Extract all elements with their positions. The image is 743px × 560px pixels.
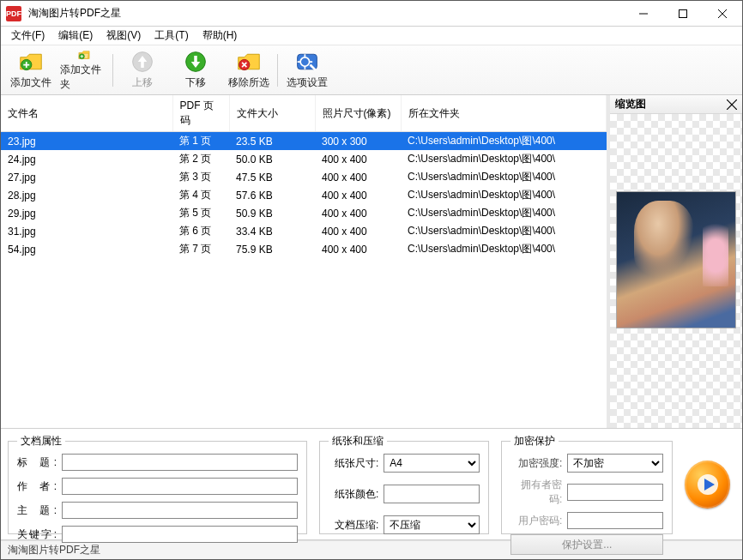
- add-file-icon: [19, 50, 43, 74]
- add-folder-label: 添加文件夹: [60, 63, 108, 92]
- cell-page: 第 7 页: [172, 240, 229, 258]
- compress-label: 文档压缩:: [329, 518, 378, 533]
- cell-page: 第 3 页: [172, 168, 229, 186]
- add-folder-button[interactable]: 添加文件夹: [59, 48, 109, 93]
- protect-settings-button: 保护设置...: [510, 534, 663, 555]
- paper-group: 纸张和压缩 纸张尺寸:A4 纸张颜色: 文档压缩:不压缩: [319, 434, 489, 534]
- menu-tools[interactable]: 工具(T): [148, 27, 195, 45]
- close-icon: [718, 9, 727, 18]
- cell-name: 54.jpg: [1, 240, 172, 258]
- table-header-row: 文件名 PDF 页码 文件大小 照片尺寸(像素) 所在文件夹: [1, 95, 607, 132]
- maximize-button[interactable]: [663, 1, 703, 27]
- keywords-input[interactable]: [62, 526, 298, 543]
- col-folder[interactable]: 所在文件夹: [401, 95, 607, 132]
- title-label: 标 题:: [17, 455, 57, 470]
- cell-folder: C:\Users\admin\Desktop\图\400\: [401, 222, 607, 240]
- remove-selected-button[interactable]: 移除所选: [224, 48, 274, 93]
- compress-select[interactable]: 不压缩: [384, 515, 480, 534]
- content-area: 文件名 PDF 页码 文件大小 照片尺寸(像素) 所在文件夹 23.jpg第 1…: [1, 95, 742, 429]
- close-button[interactable]: [703, 1, 742, 27]
- doc-props-group: 文档属性 标 题: 作 者: 主 题: 关键字:: [8, 434, 307, 534]
- move-up-label: 上移: [132, 75, 153, 90]
- cell-page: 第 5 页: [172, 204, 229, 222]
- strength-select[interactable]: 不加密: [567, 454, 663, 473]
- cell-size: 50.0 KB: [229, 150, 315, 168]
- preview-checker: [610, 114, 742, 428]
- author-input[interactable]: [62, 478, 298, 495]
- col-name[interactable]: 文件名: [1, 95, 172, 132]
- cell-page: 第 1 页: [172, 132, 229, 151]
- cell-dim: 400 x 400: [315, 204, 401, 222]
- cell-dim: 300 x 300: [315, 132, 401, 151]
- cell-dim: 400 x 400: [315, 168, 401, 186]
- options-label: 选项设置: [287, 75, 328, 90]
- cell-name: 27.jpg: [1, 168, 172, 186]
- table-row[interactable]: 28.jpg第 4 页57.6 KB400 x 400C:\Users\admi…: [1, 186, 607, 204]
- cell-folder: C:\Users\admin\Desktop\图\400\: [401, 132, 607, 151]
- cell-name: 31.jpg: [1, 222, 172, 240]
- menu-view[interactable]: 视图(V): [100, 27, 148, 45]
- app-icon: PDF: [6, 6, 21, 21]
- cell-name: 24.jpg: [1, 150, 172, 168]
- move-up-button[interactable]: 上移: [118, 48, 167, 93]
- add-folder-icon: [72, 49, 96, 61]
- owner-pw-label: 拥有者密码:: [510, 478, 562, 507]
- owner-pw-input: [567, 484, 663, 501]
- cell-page: 第 2 页: [172, 150, 229, 168]
- cell-size: 57.6 KB: [229, 186, 315, 204]
- subject-label: 主 题:: [17, 503, 57, 518]
- paper-size-label: 纸张尺寸:: [329, 456, 378, 471]
- cell-name: 28.jpg: [1, 186, 172, 204]
- menubar: 文件(F) 编辑(E) 视图(V) 工具(T) 帮助(H): [1, 27, 742, 45]
- convert-button[interactable]: [685, 461, 730, 509]
- paper-color-label: 纸张颜色:: [329, 487, 378, 502]
- options-button[interactable]: 选项设置: [282, 48, 332, 93]
- table-row[interactable]: 24.jpg第 2 页50.0 KB400 x 400C:\Users\admi…: [1, 150, 607, 168]
- strength-label: 加密强度:: [510, 456, 562, 471]
- move-down-button[interactable]: 下移: [171, 48, 220, 93]
- minimize-button[interactable]: [624, 1, 663, 27]
- cell-dim: 400 x 400: [315, 186, 401, 204]
- preview-close-icon[interactable]: [727, 99, 737, 110]
- cell-page: 第 4 页: [172, 186, 229, 204]
- maximize-icon: [679, 9, 687, 18]
- remove-icon: [237, 50, 261, 74]
- doc-props-legend: 文档属性: [17, 434, 65, 449]
- table-row[interactable]: 23.jpg第 1 页23.5 KB300 x 300C:\Users\admi…: [1, 132, 607, 151]
- title-input[interactable]: [62, 454, 298, 471]
- menu-help[interactable]: 帮助(H): [196, 27, 245, 45]
- cell-size: 47.5 KB: [229, 168, 315, 186]
- cell-size: 50.9 KB: [229, 204, 315, 222]
- cell-folder: C:\Users\admin\Desktop\图\400\: [401, 150, 607, 168]
- paper-size-select[interactable]: A4: [384, 454, 480, 473]
- move-up-icon: [130, 50, 154, 74]
- col-dim[interactable]: 照片尺寸(像素): [315, 95, 401, 132]
- cell-folder: C:\Users\admin\Desktop\图\400\: [401, 240, 607, 258]
- cell-dim: 400 x 400: [315, 240, 401, 258]
- preview-title: 缩览图: [615, 97, 646, 111]
- user-pw-label: 用户密码:: [510, 514, 562, 528]
- add-file-button[interactable]: 添加文件: [6, 48, 56, 93]
- menu-edit[interactable]: 编辑(E): [51, 27, 100, 45]
- paper-legend: 纸张和压缩: [329, 434, 387, 449]
- cell-size: 33.4 KB: [229, 222, 315, 240]
- file-table: 文件名 PDF 页码 文件大小 照片尺寸(像素) 所在文件夹 23.jpg第 1…: [1, 95, 607, 428]
- encrypt-legend: 加密保护: [510, 434, 559, 449]
- table-row[interactable]: 54.jpg第 7 页75.9 KB400 x 400C:\Users\admi…: [1, 240, 607, 258]
- preview-pane: 缩览图: [607, 95, 742, 428]
- paper-color-swatch[interactable]: [384, 485, 480, 503]
- menu-file[interactable]: 文件(F): [4, 27, 51, 45]
- col-page[interactable]: PDF 页码: [172, 95, 229, 132]
- cell-size: 75.9 KB: [229, 240, 315, 258]
- table-row[interactable]: 29.jpg第 5 页50.9 KB400 x 400C:\Users\admi…: [1, 204, 607, 222]
- preview-header: 缩览图: [610, 95, 742, 114]
- subject-input[interactable]: [62, 502, 298, 519]
- svg-rect-1: [680, 9, 687, 17]
- cell-name: 29.jpg: [1, 204, 172, 222]
- user-pw-input: [567, 512, 663, 529]
- cell-name: 23.jpg: [1, 132, 172, 151]
- table-row[interactable]: 27.jpg第 3 页47.5 KB400 x 400C:\Users\admi…: [1, 168, 607, 186]
- cell-folder: C:\Users\admin\Desktop\图\400\: [401, 204, 607, 222]
- table-row[interactable]: 31.jpg第 6 页33.4 KB400 x 400C:\Users\admi…: [1, 222, 607, 240]
- col-size[interactable]: 文件大小: [229, 95, 315, 132]
